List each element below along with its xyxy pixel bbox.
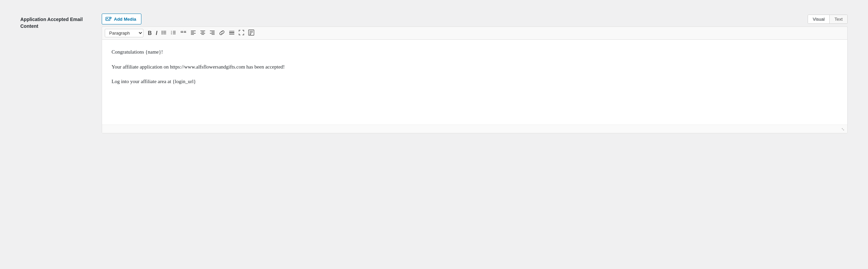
link-button[interactable] <box>217 29 226 38</box>
italic-button[interactable]: I <box>154 30 159 37</box>
horizontal-rule-button[interactable] <box>227 29 236 38</box>
unordered-list-icon <box>161 30 167 36</box>
bold-icon: B <box>148 31 152 36</box>
fullscreen-button[interactable] <box>237 29 246 37</box>
horizontal-rule-icon <box>229 30 235 37</box>
svg-point-5 <box>162 31 163 32</box>
link-icon <box>219 30 225 37</box>
field-row: Application Accepted Email Content Add M… <box>20 14 848 133</box>
align-center-button[interactable] <box>198 29 207 37</box>
add-media-icon <box>105 16 112 22</box>
align-left-icon <box>191 30 196 36</box>
ordered-list-icon: 1.2.3. <box>171 30 176 36</box>
editor-toolbar: ParagraphHeading 1Heading 2Heading 3Head… <box>102 26 848 39</box>
unordered-list-button[interactable] <box>160 29 169 37</box>
tab-text[interactable]: Text <box>829 15 847 23</box>
view-tabs: Visual Text <box>808 15 848 24</box>
editor-line-1: Congratulations {name}! <box>112 48 838 57</box>
add-media-label: Add Media <box>114 17 136 22</box>
align-center-icon <box>200 30 205 36</box>
field-label-line1: Application Accepted Email <box>20 17 83 22</box>
editor-content-wrap: Congratulations {name}! Your affiliate a… <box>102 39 848 133</box>
blockquote-button[interactable]: ““ <box>179 29 188 37</box>
tab-visual[interactable]: Visual <box>808 15 829 23</box>
paragraph-select[interactable]: ParagraphHeading 1Heading 2Heading 3Head… <box>105 29 143 37</box>
editor-content[interactable]: Congratulations {name}! Your affiliate a… <box>102 40 847 124</box>
editor-topbar: Add Media Visual Text <box>102 14 848 24</box>
fullscreen-icon <box>239 30 244 36</box>
svg-rect-36 <box>250 34 251 35</box>
toolbar-toggle-button[interactable] <box>246 28 256 38</box>
ordered-list-button[interactable]: 1.2.3. <box>169 29 178 37</box>
svg-point-9 <box>162 34 163 35</box>
svg-text:3.: 3. <box>171 33 172 35</box>
bold-button[interactable]: B <box>146 30 154 37</box>
svg-rect-32 <box>249 30 254 35</box>
align-right-button[interactable] <box>208 29 217 37</box>
svg-point-7 <box>162 32 163 33</box>
align-left-button[interactable] <box>189 29 198 37</box>
italic-icon: I <box>156 31 157 36</box>
editor-statusbar: ⤡ <box>102 124 847 133</box>
toolbar-toggle-icon <box>248 30 254 37</box>
resize-handle: ⤡ <box>841 127 845 132</box>
add-media-button[interactable]: Add Media <box>102 14 141 24</box>
editor-wrap: Add Media Visual Text ParagraphHeading 1… <box>102 14 848 133</box>
editor-line-2: Your affiliate application on https://ww… <box>112 63 838 72</box>
field-label: Application Accepted Email Content <box>20 14 88 30</box>
field-label-line2: Content <box>20 23 38 29</box>
align-right-icon <box>210 30 215 36</box>
editor-line-3: Log into your affiliate area at {login_u… <box>112 77 838 86</box>
